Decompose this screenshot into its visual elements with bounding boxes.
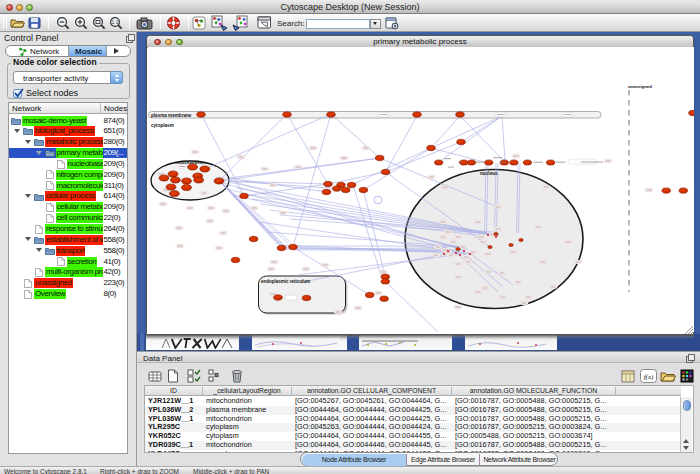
svg-text:unassigned: unassigned (628, 84, 652, 89)
svg-text:endoplasmic reticulum: endoplasmic reticulum (261, 279, 310, 284)
svg-text:f(x): f(x) (644, 373, 654, 381)
svg-text:1:1: 1:1 (112, 19, 119, 25)
svg-text:nucleus: nucleus (480, 171, 498, 176)
svg-text:mitochondrion: mitochondrion (175, 160, 206, 165)
svg-text:cytoplasm: cytoplasm (151, 123, 174, 128)
svg-text:plasma membrane: plasma membrane (151, 113, 192, 118)
